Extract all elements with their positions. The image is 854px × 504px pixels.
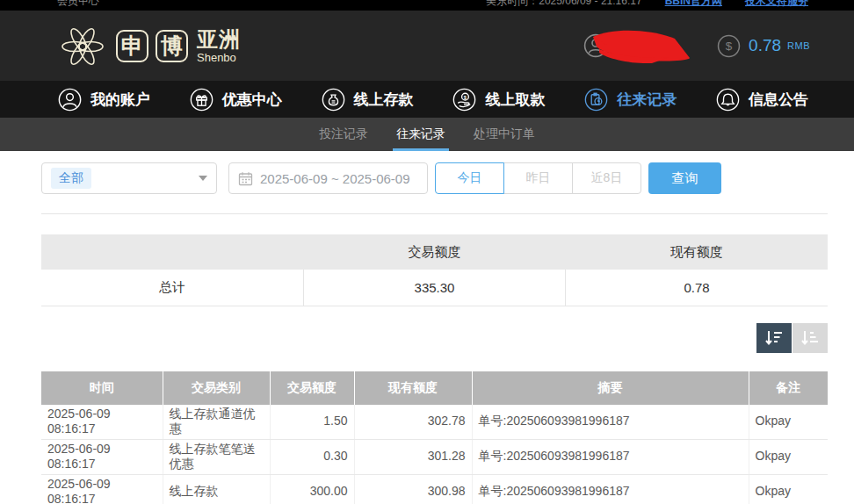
balance-amount: 0.78: [749, 36, 781, 55]
summary-header-current: 现有额度: [566, 234, 828, 270]
col-header-amount: 交易额度: [270, 371, 354, 405]
header: 申 博 亚洲 Shenbo $ 0.78: [0, 11, 854, 81]
cell-amount: 1.50: [270, 405, 354, 440]
col-header-summary: 摘要: [472, 371, 749, 405]
cell-time: 2025-06-09 08:16:17: [41, 405, 163, 440]
cell-summary: 单号:202506093981996187: [472, 405, 749, 440]
cell-summary: 单号:202506093981996187: [472, 439, 749, 474]
nav-item-withdraw[interactable]: $ 线上取款: [452, 88, 545, 112]
summary-header-row: 交易额度 现有额度: [41, 234, 828, 270]
records-table: 时间 交易类别 交易额度 现有额度 摘要 备注 2025-06-09 08:16…: [41, 371, 828, 504]
sort-controls: [41, 323, 828, 353]
tab-betting-records[interactable]: 投注记录: [319, 118, 368, 151]
nav-item-announcements[interactable]: 信息公告: [716, 88, 808, 112]
cell-type: 线上存款通道优惠: [163, 405, 270, 440]
sort-desc-icon: [764, 329, 784, 347]
withdraw-icon: $: [452, 88, 476, 112]
wallet-balance: $ 0.78 RMB: [717, 34, 810, 58]
category-select[interactable]: 全部: [41, 162, 217, 194]
records-header-row: 时间 交易类别 交易额度 现有额度 摘要 备注: [41, 371, 828, 405]
records-icon: [584, 88, 608, 112]
nav-item-deposit[interactable]: 线上存款: [322, 88, 414, 112]
redaction-scribble: [590, 21, 696, 67]
wallet-icon: $: [717, 34, 741, 58]
sort-ascending-button[interactable]: [792, 323, 828, 353]
summary-current-amount: 0.78: [566, 270, 828, 306]
sub-nav: 投注记录 往来记录 处理中订单: [0, 118, 854, 151]
sort-descending-button[interactable]: [756, 323, 792, 353]
svg-text:$: $: [726, 40, 733, 53]
nav-label: 往来记录: [617, 90, 677, 110]
deposit-icon: [322, 88, 345, 112]
col-header-time: 时间: [41, 371, 163, 405]
logo-char-bo: 博: [156, 30, 188, 62]
topbar: 会员中心 美东时间：2025/06/09 - 21:16:17 BBIN官方网 …: [0, 0, 854, 11]
summary-header-empty: [41, 234, 303, 270]
nav-item-records[interactable]: 往来记录: [584, 88, 677, 112]
cell-time: 2025-06-09 08:16:17: [41, 439, 163, 474]
cell-balance: 301.28: [354, 439, 472, 474]
today-button[interactable]: 今日: [435, 162, 504, 194]
svg-text:$: $: [464, 94, 467, 99]
tab-transaction-records[interactable]: 往来记录: [396, 118, 445, 151]
nav-label: 信息公告: [749, 90, 808, 110]
bell-icon: [716, 88, 740, 112]
summary-transaction-amount: 335.30: [303, 270, 565, 306]
cell-time: 2025-06-09 08:16:17: [41, 474, 163, 504]
nav-label: 线上取款: [485, 90, 545, 110]
flower-logo-icon: [56, 19, 109, 72]
cell-amount: 300.00: [270, 474, 354, 504]
server-time: 美东时间：2025/06/09 - 21:16:17: [486, 0, 641, 9]
cell-remark: Okpay: [749, 439, 828, 474]
nav-item-my-account[interactable]: 我的账户: [58, 88, 150, 112]
date-range-input[interactable]: 2025-06-09 ~ 2025-06-09: [228, 162, 428, 194]
logo-region: 亚洲: [197, 29, 241, 50]
search-button[interactable]: 查询: [648, 162, 721, 194]
gift-icon: [190, 88, 214, 112]
user-icon: [58, 88, 82, 112]
logo-char-shen: 申: [116, 30, 148, 62]
col-header-type: 交易类别: [163, 371, 270, 405]
cell-balance: 300.98: [354, 474, 472, 504]
table-row: 2025-06-09 08:16:17 线上存款通道优惠 1.50 302.78…: [41, 405, 828, 440]
cell-remark: Okpay: [749, 474, 828, 504]
table-row: 2025-06-09 08:16:17 线上存款 300.00 300.98 单…: [41, 474, 828, 504]
cell-type: 线上存款笔笔送优惠: [163, 439, 270, 474]
nav-label: 我的账户: [90, 90, 150, 110]
user-account-area[interactable]: [583, 33, 698, 58]
last-8-days-button[interactable]: 近8日: [572, 162, 641, 194]
filter-section: 全部 2025-06-09 ~ 2025-06-09 今日 昨日 近8日 查询: [0, 151, 854, 213]
tab-pending-orders[interactable]: 处理中订单: [474, 118, 535, 151]
balance-currency: RMB: [787, 40, 810, 51]
summary-total-label: 总计: [41, 270, 303, 306]
yesterday-button[interactable]: 昨日: [503, 162, 573, 194]
nav-label: 优惠中心: [222, 90, 282, 110]
cell-balance: 302.78: [354, 405, 472, 440]
cell-remark: Okpay: [749, 405, 828, 440]
category-selected-chip: 全部: [51, 168, 91, 189]
calendar-icon: [238, 171, 253, 186]
bbin-official-link[interactable]: BBIN官方网: [665, 0, 722, 9]
cell-type: 线上存款: [163, 474, 270, 504]
nav-label: 线上存款: [354, 90, 414, 110]
main-nav: 我的账户 优惠中心 线上存款 $ 线上取款: [0, 81, 854, 118]
date-range-value: 2025-06-09 ~ 2025-06-09: [260, 171, 410, 186]
site-logo[interactable]: 申 博 亚洲 Shenbo: [56, 19, 241, 72]
summary-header-transaction: 交易额度: [303, 234, 565, 270]
tech-support-link[interactable]: 技术支持服务: [745, 0, 808, 9]
member-center-link[interactable]: 会员中心: [57, 0, 99, 9]
logo-subtitle: Shenbo: [197, 52, 241, 63]
chevron-down-icon: [199, 176, 207, 181]
cell-summary: 单号:202506093981996187: [472, 474, 749, 504]
nav-item-promotions[interactable]: 优惠中心: [190, 88, 282, 112]
col-header-balance: 现有额度: [354, 371, 472, 405]
table-row: 2025-06-09 08:16:17 线上存款笔笔送优惠 0.30 301.2…: [41, 439, 828, 474]
quick-date-group: 今日 昨日 近8日: [435, 162, 641, 194]
filter-divider: [41, 213, 828, 214]
cell-amount: 0.30: [270, 439, 354, 474]
sort-asc-icon: [800, 329, 820, 347]
summary-total-row: 总计 335.30 0.78: [41, 270, 828, 306]
col-header-remark: 备注: [749, 371, 828, 405]
summary-table: 交易额度 现有额度 总计 335.30 0.78: [41, 234, 828, 306]
